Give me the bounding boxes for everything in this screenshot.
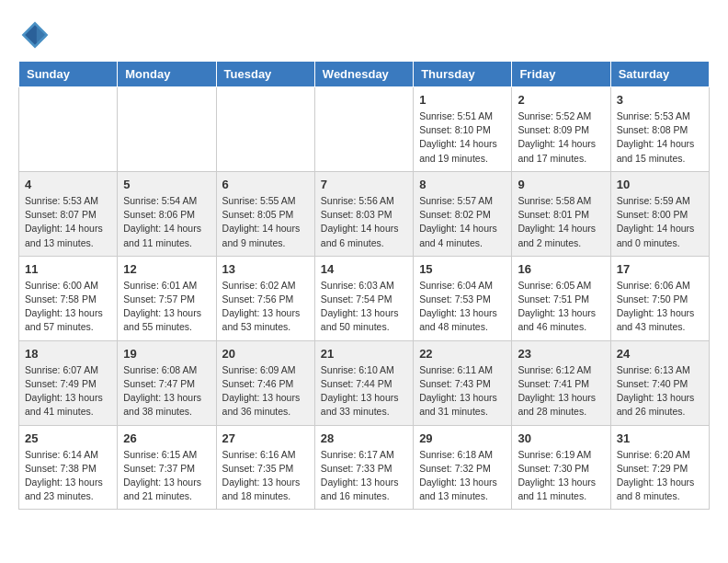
calendar-week-row: 1Sunrise: 5:51 AM Sunset: 8:10 PM Daylig… bbox=[19, 87, 710, 172]
cell-content: Sunrise: 6:07 AM Sunset: 7:49 PM Dayligh… bbox=[25, 363, 111, 419]
cell-content: Sunrise: 5:53 AM Sunset: 8:07 PM Dayligh… bbox=[25, 194, 111, 250]
cell-content: Sunrise: 6:00 AM Sunset: 7:58 PM Dayligh… bbox=[25, 279, 111, 335]
calendar-cell: 27Sunrise: 6:16 AM Sunset: 7:35 PM Dayli… bbox=[216, 425, 314, 510]
calendar-cell: 31Sunrise: 6:20 AM Sunset: 7:29 PM Dayli… bbox=[610, 425, 709, 510]
day-number: 22 bbox=[419, 347, 506, 361]
calendar-cell: 26Sunrise: 6:15 AM Sunset: 7:37 PM Dayli… bbox=[118, 425, 216, 510]
cell-content: Sunrise: 6:14 AM Sunset: 7:38 PM Dayligh… bbox=[25, 448, 111, 504]
day-number: 6 bbox=[222, 178, 309, 191]
calendar-cell: 13Sunrise: 6:02 AM Sunset: 7:56 PM Dayli… bbox=[216, 256, 314, 340]
weekday-header: Tuesday bbox=[216, 62, 314, 87]
cell-content: Sunrise: 6:16 AM Sunset: 7:35 PM Dayligh… bbox=[222, 448, 309, 504]
day-number: 21 bbox=[321, 347, 407, 361]
calendar-week-row: 18Sunrise: 6:07 AM Sunset: 7:49 PM Dayli… bbox=[19, 340, 710, 425]
calendar-cell bbox=[216, 87, 314, 172]
cell-content: Sunrise: 6:04 AM Sunset: 7:53 PM Dayligh… bbox=[419, 279, 506, 335]
calendar-cell: 23Sunrise: 6:12 AM Sunset: 7:41 PM Dayli… bbox=[512, 340, 610, 425]
cell-content: Sunrise: 6:02 AM Sunset: 7:56 PM Dayligh… bbox=[222, 279, 309, 335]
cell-content: Sunrise: 6:03 AM Sunset: 7:54 PM Dayligh… bbox=[321, 279, 407, 335]
day-number: 19 bbox=[123, 347, 210, 361]
weekday-header: Thursday bbox=[414, 62, 512, 87]
calendar-cell: 25Sunrise: 6:14 AM Sunset: 7:38 PM Dayli… bbox=[19, 425, 118, 510]
day-number: 24 bbox=[617, 347, 703, 361]
cell-content: Sunrise: 6:11 AM Sunset: 7:43 PM Dayligh… bbox=[419, 363, 506, 419]
cell-content: Sunrise: 6:18 AM Sunset: 7:32 PM Dayligh… bbox=[419, 448, 506, 504]
weekday-header: Monday bbox=[118, 62, 216, 87]
calendar-cell bbox=[19, 87, 118, 172]
day-number: 18 bbox=[25, 347, 111, 361]
weekday-row: SundayMondayTuesdayWednesdayThursdayFrid… bbox=[19, 62, 710, 87]
cell-content: Sunrise: 6:15 AM Sunset: 7:37 PM Dayligh… bbox=[123, 448, 210, 504]
day-number: 20 bbox=[222, 347, 309, 361]
logo-icon bbox=[18, 18, 51, 52]
calendar-cell bbox=[314, 87, 413, 172]
day-number: 11 bbox=[25, 262, 111, 276]
day-number: 25 bbox=[25, 431, 111, 445]
day-number: 13 bbox=[222, 262, 309, 276]
day-number: 8 bbox=[419, 178, 506, 191]
calendar-body: 1Sunrise: 5:51 AM Sunset: 8:10 PM Daylig… bbox=[19, 87, 710, 510]
calendar-cell: 19Sunrise: 6:08 AM Sunset: 7:47 PM Dayli… bbox=[118, 340, 216, 425]
calendar-cell: 21Sunrise: 6:10 AM Sunset: 7:44 PM Dayli… bbox=[314, 340, 413, 425]
calendar-cell: 16Sunrise: 6:05 AM Sunset: 7:51 PM Dayli… bbox=[512, 256, 610, 340]
calendar-cell: 6Sunrise: 5:55 AM Sunset: 8:05 PM Daylig… bbox=[216, 171, 314, 256]
calendar: SundayMondayTuesdayWednesdayThursdayFrid… bbox=[18, 61, 710, 510]
day-number: 30 bbox=[518, 431, 604, 445]
calendar-cell: 24Sunrise: 6:13 AM Sunset: 7:40 PM Dayli… bbox=[610, 340, 709, 425]
day-number: 23 bbox=[518, 347, 604, 361]
day-number: 5 bbox=[123, 178, 210, 191]
calendar-cell: 14Sunrise: 6:03 AM Sunset: 7:54 PM Dayli… bbox=[314, 256, 413, 340]
day-number: 29 bbox=[419, 431, 506, 445]
day-number: 7 bbox=[321, 178, 407, 191]
day-number: 2 bbox=[518, 93, 604, 107]
calendar-cell: 9Sunrise: 5:58 AM Sunset: 8:01 PM Daylig… bbox=[512, 171, 610, 256]
cell-content: Sunrise: 6:08 AM Sunset: 7:47 PM Dayligh… bbox=[123, 363, 210, 419]
day-number: 31 bbox=[617, 431, 703, 445]
day-number: 27 bbox=[222, 431, 309, 445]
weekday-header: Wednesday bbox=[314, 62, 413, 87]
cell-content: Sunrise: 6:09 AM Sunset: 7:46 PM Dayligh… bbox=[222, 363, 309, 419]
calendar-cell: 18Sunrise: 6:07 AM Sunset: 7:49 PM Dayli… bbox=[19, 340, 118, 425]
day-number: 12 bbox=[123, 262, 210, 276]
cell-content: Sunrise: 6:20 AM Sunset: 7:29 PM Dayligh… bbox=[617, 448, 703, 504]
day-number: 1 bbox=[419, 93, 506, 107]
cell-content: Sunrise: 6:10 AM Sunset: 7:44 PM Dayligh… bbox=[321, 363, 407, 419]
cell-content: Sunrise: 6:12 AM Sunset: 7:41 PM Dayligh… bbox=[518, 363, 604, 419]
calendar-cell: 28Sunrise: 6:17 AM Sunset: 7:33 PM Dayli… bbox=[314, 425, 413, 510]
calendar-cell: 3Sunrise: 5:53 AM Sunset: 8:08 PM Daylig… bbox=[610, 87, 709, 172]
calendar-week-row: 25Sunrise: 6:14 AM Sunset: 7:38 PM Dayli… bbox=[19, 425, 710, 510]
day-number: 17 bbox=[617, 262, 703, 276]
cell-content: Sunrise: 5:52 AM Sunset: 8:09 PM Dayligh… bbox=[518, 109, 604, 166]
calendar-cell bbox=[118, 87, 216, 172]
calendar-cell: 4Sunrise: 5:53 AM Sunset: 8:07 PM Daylig… bbox=[19, 171, 118, 256]
calendar-cell: 7Sunrise: 5:56 AM Sunset: 8:03 PM Daylig… bbox=[314, 171, 413, 256]
day-number: 3 bbox=[617, 93, 703, 107]
day-number: 14 bbox=[321, 262, 407, 276]
day-number: 4 bbox=[25, 178, 111, 191]
cell-content: Sunrise: 6:19 AM Sunset: 7:30 PM Dayligh… bbox=[518, 448, 604, 504]
calendar-cell: 20Sunrise: 6:09 AM Sunset: 7:46 PM Dayli… bbox=[216, 340, 314, 425]
cell-content: Sunrise: 5:51 AM Sunset: 8:10 PM Dayligh… bbox=[419, 109, 506, 166]
calendar-cell: 17Sunrise: 6:06 AM Sunset: 7:50 PM Dayli… bbox=[610, 256, 709, 340]
weekday-header: Saturday bbox=[610, 62, 709, 87]
cell-content: Sunrise: 6:13 AM Sunset: 7:40 PM Dayligh… bbox=[617, 363, 703, 419]
page-header bbox=[18, 18, 710, 52]
calendar-cell: 12Sunrise: 6:01 AM Sunset: 7:57 PM Dayli… bbox=[118, 256, 216, 340]
calendar-cell: 11Sunrise: 6:00 AM Sunset: 7:58 PM Dayli… bbox=[19, 256, 118, 340]
day-number: 16 bbox=[518, 262, 604, 276]
calendar-week-row: 4Sunrise: 5:53 AM Sunset: 8:07 PM Daylig… bbox=[19, 171, 710, 256]
weekday-header: Friday bbox=[512, 62, 610, 87]
calendar-cell: 8Sunrise: 5:57 AM Sunset: 8:02 PM Daylig… bbox=[414, 171, 512, 256]
cell-content: Sunrise: 5:56 AM Sunset: 8:03 PM Dayligh… bbox=[321, 194, 407, 250]
cell-content: Sunrise: 5:59 AM Sunset: 8:00 PM Dayligh… bbox=[617, 194, 703, 250]
day-number: 9 bbox=[518, 178, 604, 191]
day-number: 28 bbox=[321, 431, 407, 445]
calendar-cell: 15Sunrise: 6:04 AM Sunset: 7:53 PM Dayli… bbox=[414, 256, 512, 340]
day-number: 15 bbox=[419, 262, 506, 276]
cell-content: Sunrise: 5:53 AM Sunset: 8:08 PM Dayligh… bbox=[617, 109, 703, 166]
calendar-cell: 10Sunrise: 5:59 AM Sunset: 8:00 PM Dayli… bbox=[610, 171, 709, 256]
cell-content: Sunrise: 6:06 AM Sunset: 7:50 PM Dayligh… bbox=[617, 279, 703, 335]
cell-content: Sunrise: 5:58 AM Sunset: 8:01 PM Dayligh… bbox=[518, 194, 604, 250]
calendar-cell: 2Sunrise: 5:52 AM Sunset: 8:09 PM Daylig… bbox=[512, 87, 610, 172]
calendar-cell: 22Sunrise: 6:11 AM Sunset: 7:43 PM Dayli… bbox=[414, 340, 512, 425]
